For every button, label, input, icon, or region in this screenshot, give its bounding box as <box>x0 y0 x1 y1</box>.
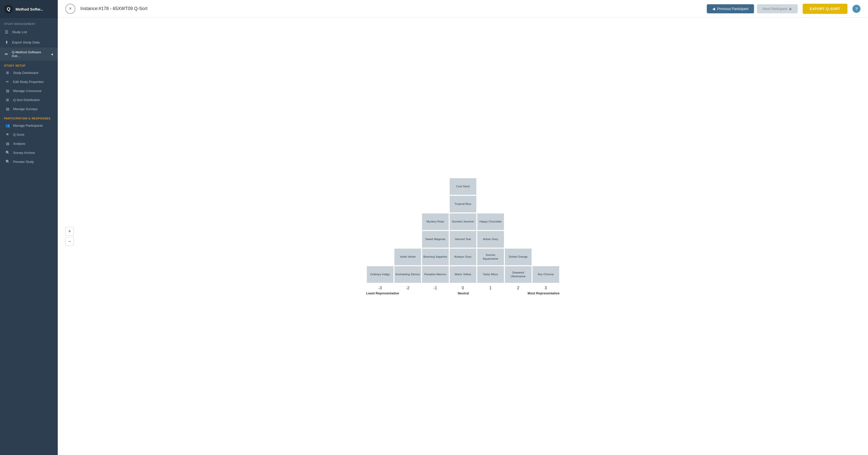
qsort-row: Cool Sand <box>366 178 560 195</box>
participants-icon: 👥 <box>5 123 10 127</box>
qsort-cell-empty <box>422 178 449 195</box>
axis-number: 0 <box>462 286 464 290</box>
qsort-cell-empty <box>366 178 394 195</box>
qsort-row: Mystery RubyScented JasmineHappy Chocola… <box>366 213 560 230</box>
qsort-cell: Beaming Sapphire <box>422 248 449 266</box>
qsort-cell: Happy Chocolate <box>477 213 504 230</box>
distribution-icon: ⊞ <box>5 98 10 102</box>
qsort-cell-empty <box>394 213 422 230</box>
qsort-cell: Antique Onyx <box>449 248 477 266</box>
next-participant-button[interactable]: Next Participant ▶ <box>757 4 798 13</box>
qsort-container: Cool SandTropical BlueMystery RubyScente… <box>366 178 560 295</box>
instance-title: Instance:#178 - 65XWT09 Q-Sort <box>80 6 702 11</box>
sidebar-item-label: Q-Sort Distribution <box>13 98 40 102</box>
least-representative-label: Least Representative <box>366 291 399 295</box>
qsort-cell: Airy Chrome <box>532 266 560 283</box>
axis-number: 3 <box>545 286 547 290</box>
axis-column: -1 <box>422 286 449 290</box>
qsort-row: Ordinary IndigoEnchanting SiennaParadise… <box>366 266 560 283</box>
qsort-cell-empty <box>532 213 560 230</box>
axis-number: -1 <box>433 286 437 290</box>
qsort-cell-empty <box>366 248 394 266</box>
qsort-cell: Paradise Maroon <box>422 266 449 283</box>
main-content: × Instance:#178 - 65XWT09 Q-Sort ◀ Previ… <box>58 0 868 455</box>
sidebar-item-label: Preview Study <box>13 160 34 164</box>
qsort-cell: Ashen Grey <box>477 230 504 248</box>
qsort-cell-empty <box>532 178 560 195</box>
neutral-label: Neutral <box>458 291 469 295</box>
chevron-right-icon: ▶ <box>789 7 792 11</box>
sidebar: Q Method Softw... STUDY MANAGEMENT ☰ Stu… <box>0 0 58 455</box>
axis-column: 0 <box>449 286 477 290</box>
analysis-icon: ▤ <box>5 142 10 146</box>
logo-text: Method Softw... <box>16 7 43 11</box>
zoom-out-button[interactable]: − <box>65 237 74 246</box>
instance-icon: ✏ <box>4 52 9 57</box>
axis-column: 1 <box>477 286 504 290</box>
qsort-cell: Violet Velvet <box>394 248 422 266</box>
qsort-cell-empty <box>366 195 394 213</box>
sidebar-item-q-method-instance[interactable]: ✏ Q-Method Software Inst... ▲ <box>0 48 58 61</box>
qsort-cell-empty <box>394 195 422 213</box>
close-button[interactable]: × <box>65 4 75 14</box>
export-icon: ⬆ <box>4 40 9 45</box>
qsort-area: + − Cool SandTropical BlueMystery RubySc… <box>58 18 868 455</box>
axis-column: 2 <box>504 286 532 290</box>
qsort-cell: Seaweed Ultramarine <box>504 266 532 283</box>
qsort-cell: Tacky Moss <box>477 266 504 283</box>
sidebar-item-q-sort-distribution[interactable]: ⊞ Q-Sort Distribution <box>0 95 58 104</box>
zoom-in-button[interactable]: + <box>65 227 74 235</box>
sidebar-item-manage-surveys[interactable]: ▤ Manage Surveys <box>0 104 58 113</box>
sidebar-item-q-sorts[interactable]: 👁 Q-Sorts <box>0 130 58 139</box>
qsort-cell-empty <box>532 248 560 266</box>
dashboard-icon: ⊞ <box>5 70 10 75</box>
qsort-cell: Sweet Magenta <box>422 230 449 248</box>
qsort-cell-empty <box>504 195 532 213</box>
qsort-grid: Cool SandTropical BlueMystery RubyScente… <box>366 178 560 283</box>
list-icon: ☰ <box>4 30 9 34</box>
qsort-cell: Scented Jasmine <box>449 213 477 230</box>
sidebar-item-study-list[interactable]: ☰ Study List <box>0 27 58 37</box>
sidebar-item-preview-study[interactable]: 🔍 Preview Study <box>0 157 58 166</box>
archive-icon: 🔍 <box>5 150 10 154</box>
help-button[interactable]: ? <box>852 5 861 13</box>
sidebar-item-edit-study-properties[interactable]: ✏ Edit Study Properties <box>0 77 58 86</box>
qsort-cell: Tropical Blue <box>449 195 477 213</box>
qsort-cell-empty <box>366 213 394 230</box>
logo-icon: Q <box>4 4 13 13</box>
qsort-cell: Harvest Teal <box>449 230 477 248</box>
chevron-left-icon: ◀ <box>712 7 715 11</box>
sidebar-item-manage-concourse[interactable]: ▤ Manage Concourse <box>0 86 58 95</box>
qsort-cell: Ordinary Indigo <box>366 266 394 283</box>
qsort-cell-empty <box>504 213 532 230</box>
eye-icon: 👁 <box>5 133 10 137</box>
sidebar-item-label: Manage Concourse <box>13 89 41 93</box>
concourse-icon: ▤ <box>5 89 10 93</box>
sidebar-item-export-study-data[interactable]: ⬆ Export Study Data <box>0 37 58 48</box>
qsort-cell-empty <box>366 230 394 248</box>
qsort-cell-empty <box>504 178 532 195</box>
sidebar-item-label: Edit Study Properties <box>13 80 44 84</box>
qsort-cell-empty <box>532 195 560 213</box>
qsort-cell: Warm Yellow <box>449 266 477 283</box>
qsort-cell-empty <box>422 195 449 213</box>
axis-column: -2 <box>394 286 422 290</box>
previous-participant-button[interactable]: ◀ Previous Participant <box>707 4 754 13</box>
sidebar-item-analysis[interactable]: ▤ Analysis <box>0 139 58 148</box>
preview-icon: 🔍 <box>5 160 10 164</box>
topbar: × Instance:#178 - 65XWT09 Q-Sort ◀ Previ… <box>58 0 868 18</box>
qsort-cell-empty <box>394 230 422 248</box>
sidebar-logo: Q Method Softw... <box>0 0 58 18</box>
sidebar-item-manage-participants[interactable]: 👥 Manage Participants <box>0 121 58 130</box>
participation-responses-label: Participation & Responses <box>0 113 58 121</box>
qsort-cell-empty <box>504 230 532 248</box>
study-management-label: STUDY MANAGEMENT <box>0 18 58 27</box>
most-representative-label: Most Representative <box>528 291 559 295</box>
sidebar-item-label: Study Dashboard <box>13 71 38 75</box>
sidebar-item-label: Manage Participants <box>13 124 43 127</box>
sidebar-item-study-dashboard[interactable]: ⊞ Study Dashboard <box>0 68 58 77</box>
study-setup-label: Study Setup <box>0 61 58 68</box>
qsort-cell: Mystery Ruby <box>422 213 449 230</box>
export-qsort-button[interactable]: EXPORT Q-SORT <box>803 4 847 14</box>
sidebar-item-survey-archive[interactable]: 🔍 Survey Archive <box>0 148 58 157</box>
